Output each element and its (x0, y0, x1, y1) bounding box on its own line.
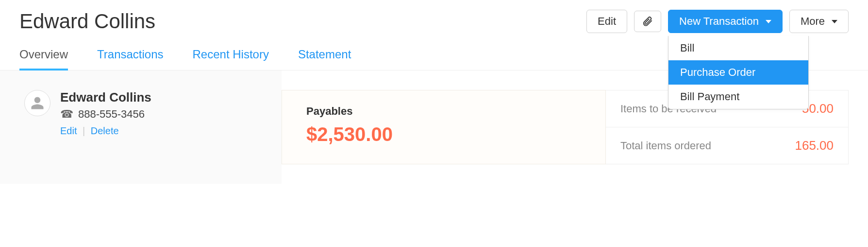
tab-statement[interactable]: Statement (298, 48, 351, 70)
dropdown-item-purchase-order[interactable]: Purchase Order (668, 60, 808, 85)
new-transaction-dropdown: Bill Purchase Order Bill Payment (668, 36, 809, 109)
payables-amount: $2,530.00 (306, 124, 581, 145)
edit-button[interactable]: Edit (586, 10, 627, 33)
new-transaction-button[interactable]: New Transaction (668, 10, 783, 33)
more-label: More (801, 15, 825, 28)
chevron-down-icon (832, 20, 837, 23)
payables-card: Payables $2,530.00 (282, 90, 606, 164)
tab-overview[interactable]: Overview (19, 48, 68, 70)
attachments-button[interactable] (634, 11, 661, 32)
contact-phone: 888-555-3456 (78, 108, 145, 121)
page-title: Edward Collins (19, 10, 155, 33)
stat-label: Total items ordered (620, 140, 711, 152)
more-button[interactable]: More (789, 10, 849, 33)
tab-recent-history[interactable]: Recent History (193, 48, 269, 70)
stat-value: 165.00 (795, 138, 834, 153)
contact-name: Edward Collins (60, 90, 151, 105)
contact-panel: Edward Collins ☎ 888-555-3456 Edit | Del… (0, 71, 282, 184)
avatar (24, 90, 50, 116)
dropdown-item-bill-payment[interactable]: Bill Payment (668, 85, 808, 109)
new-transaction-label: New Transaction (679, 15, 759, 28)
paperclip-icon (642, 15, 653, 28)
contact-delete-link[interactable]: Delete (91, 125, 119, 136)
header-actions: Edit New Transaction Bill Purchase Order… (586, 10, 849, 33)
contact-edit-link[interactable]: Edit (60, 125, 77, 136)
payables-label: Payables (306, 105, 581, 118)
person-icon (30, 96, 45, 110)
dropdown-item-bill[interactable]: Bill (668, 36, 808, 60)
divider: | (83, 125, 85, 136)
stat-row-total-items-ordered: Total items ordered 165.00 (606, 127, 849, 164)
tab-transactions[interactable]: Transactions (97, 48, 164, 70)
phone-icon: ☎ (60, 108, 73, 121)
chevron-down-icon (766, 20, 771, 23)
